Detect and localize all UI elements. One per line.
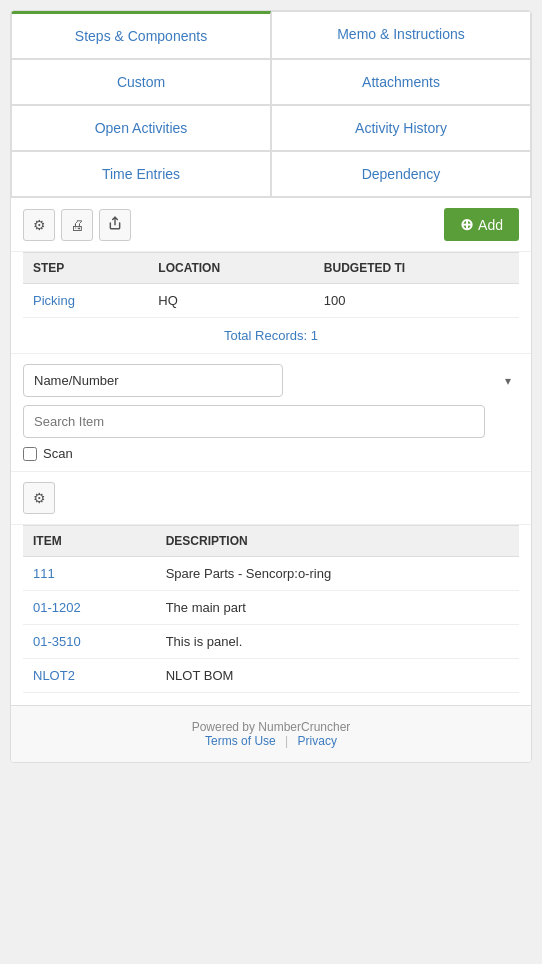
item-cell: NLOT2 bbox=[23, 659, 156, 693]
search-input[interactable] bbox=[23, 405, 485, 438]
steps-toolbar: ⚙ 🖨 ⊕ Add bbox=[11, 198, 531, 252]
items-table-section: ITEM DESCRIPTION 111 Spare Parts - Senco… bbox=[11, 525, 531, 705]
items-gear-section: ⚙ bbox=[11, 472, 531, 525]
item-link[interactable]: 01-3510 bbox=[33, 634, 81, 649]
search-section: Name/Number Description ▾ Scan bbox=[11, 354, 531, 472]
description-cell: NLOT BOM bbox=[156, 659, 519, 693]
item-link[interactable]: NLOT2 bbox=[33, 668, 75, 683]
item-link[interactable]: 01-1202 bbox=[33, 600, 81, 615]
steps-table-header: STEP LOCATION BUDGETED TI bbox=[23, 253, 519, 284]
footer: Powered by NumberCruncher Terms of Use |… bbox=[11, 705, 531, 762]
scan-checkbox[interactable] bbox=[23, 447, 37, 461]
item-cell: 111 bbox=[23, 557, 156, 591]
total-records-row: Total Records: 1 bbox=[11, 318, 531, 354]
dropdown-wrapper: Name/Number Description ▾ bbox=[23, 364, 519, 397]
step-cell: Picking bbox=[23, 284, 148, 318]
steps-table-section: STEP LOCATION BUDGETED TI Picking HQ 100 bbox=[11, 252, 531, 318]
items-table: ITEM DESCRIPTION 111 Spare Parts - Senco… bbox=[23, 525, 519, 693]
add-label: Add bbox=[478, 217, 503, 233]
add-button[interactable]: ⊕ Add bbox=[444, 208, 519, 241]
tab-activity-history[interactable]: Activity History bbox=[271, 105, 531, 151]
total-records-count: 1 bbox=[311, 328, 318, 343]
total-records-label: Total Records: bbox=[224, 328, 307, 343]
col-location: LOCATION bbox=[148, 253, 314, 284]
gear-icon: ⚙ bbox=[33, 217, 46, 233]
item-cell: 01-1202 bbox=[23, 591, 156, 625]
location-cell: HQ bbox=[148, 284, 314, 318]
scan-label: Scan bbox=[43, 446, 73, 461]
tab-memo-instructions[interactable]: Memo & Instructions bbox=[271, 11, 531, 59]
tab-attachments[interactable]: Attachments bbox=[271, 59, 531, 105]
item-cell: 01-3510 bbox=[23, 625, 156, 659]
table-row: 111 Spare Parts - Sencorp:o-ring bbox=[23, 557, 519, 591]
col-description: DESCRIPTION bbox=[156, 526, 519, 557]
powered-by: Powered by NumberCruncher bbox=[21, 720, 521, 734]
description-cell: This is panel. bbox=[156, 625, 519, 659]
table-row: NLOT2 NLOT BOM bbox=[23, 659, 519, 693]
share-button[interactable] bbox=[99, 209, 131, 241]
description-cell: The main part bbox=[156, 591, 519, 625]
table-row: Picking HQ 100 bbox=[23, 284, 519, 318]
tabs-grid: Steps & Components Memo & Instructions C… bbox=[11, 11, 531, 198]
gear-icon-items: ⚙ bbox=[33, 490, 46, 506]
table-row: 01-3510 This is panel. bbox=[23, 625, 519, 659]
budgeted-cell: 100 bbox=[314, 284, 519, 318]
plus-icon: ⊕ bbox=[460, 215, 473, 234]
col-item: ITEM bbox=[23, 526, 156, 557]
items-settings-button[interactable]: ⚙ bbox=[23, 482, 55, 514]
chevron-down-icon: ▾ bbox=[505, 374, 511, 388]
settings-button[interactable]: ⚙ bbox=[23, 209, 55, 241]
table-row: 01-1202 The main part bbox=[23, 591, 519, 625]
scan-row: Scan bbox=[23, 446, 519, 461]
print-icon: 🖨 bbox=[70, 217, 84, 233]
step-link[interactable]: Picking bbox=[33, 293, 75, 308]
items-table-header: ITEM DESCRIPTION bbox=[23, 526, 519, 557]
col-step: STEP bbox=[23, 253, 148, 284]
share-icon bbox=[108, 216, 122, 233]
footer-links: Terms of Use | Privacy bbox=[21, 734, 521, 748]
col-budgeted: BUDGETED TI bbox=[314, 253, 519, 284]
main-container: Steps & Components Memo & Instructions C… bbox=[10, 10, 532, 763]
tab-steps-components[interactable]: Steps & Components bbox=[11, 11, 271, 59]
print-button[interactable]: 🖨 bbox=[61, 209, 93, 241]
tab-custom[interactable]: Custom bbox=[11, 59, 271, 105]
footer-divider: | bbox=[285, 734, 288, 748]
tab-dependency[interactable]: Dependency bbox=[271, 151, 531, 197]
tab-time-entries[interactable]: Time Entries bbox=[11, 151, 271, 197]
search-dropdown[interactable]: Name/Number Description bbox=[23, 364, 283, 397]
item-link[interactable]: 111 bbox=[33, 566, 55, 581]
steps-table: STEP LOCATION BUDGETED TI Picking HQ 100 bbox=[23, 252, 519, 318]
description-cell: Spare Parts - Sencorp:o-ring bbox=[156, 557, 519, 591]
tab-open-activities[interactable]: Open Activities bbox=[11, 105, 271, 151]
privacy-link[interactable]: Privacy bbox=[298, 734, 337, 748]
terms-link[interactable]: Terms of Use bbox=[205, 734, 276, 748]
